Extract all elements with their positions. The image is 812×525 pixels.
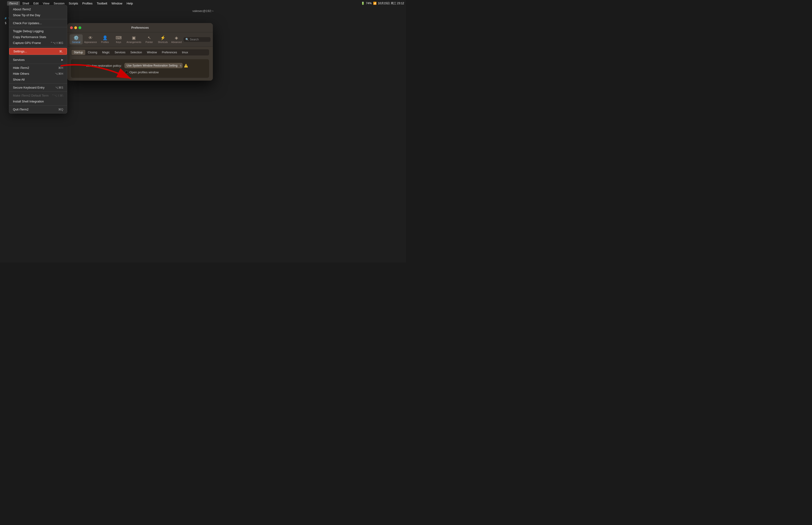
subtabs: Startup Closing Magic Services Selection… (71, 49, 209, 56)
separator-2 (9, 27, 67, 27)
select-wrap: Use System Window Restoration Setting ⇅ … (124, 63, 188, 68)
window-restoration-label: Window restoration policy: (75, 64, 122, 68)
battery-icon: 🔋 (361, 2, 365, 5)
prefs-body: Window restoration policy: Use System Wi… (71, 59, 209, 78)
separator-3 (9, 47, 67, 47)
menu-quit-iterm2[interactable]: Quit iTerm2 ⌘Q (9, 106, 67, 112)
menu-show-tip[interactable]: Show Tip of the Day (9, 12, 67, 18)
subtab-window[interactable]: Window (144, 50, 159, 55)
toolbar-appearance[interactable]: 👁 Appearance (83, 34, 98, 44)
subtab-startup[interactable]: Startup (72, 50, 85, 55)
window-restoration-row: Window restoration policy: Use System Wi… (75, 63, 205, 68)
toolbar-keys[interactable]: ⌨ Keys (112, 34, 125, 44)
prefs-toolbar: ⚙️ General 👁 Appearance 👤 Profiles ⌨ Key… (67, 32, 213, 46)
menu-check-updates[interactable]: Check For Updates... (9, 20, 67, 26)
separator-5 (9, 64, 67, 64)
menu-view[interactable]: View (41, 1, 51, 6)
menu-help[interactable]: Help (125, 1, 135, 6)
maximize-button[interactable] (78, 26, 81, 29)
separator-4 (9, 56, 67, 56)
select-container: Use System Window Restoration Setting ⇅ (124, 63, 183, 68)
menubar-right: 🔋 74% 📶 10月15日 周三 23:12 (361, 1, 404, 5)
window-restoration-select[interactable]: Use System Window Restoration Setting (124, 63, 183, 68)
separator-7 (9, 91, 67, 92)
menu-install-shell[interactable]: Install Shell Integration (9, 99, 67, 104)
prefs-title: Preferences (131, 26, 149, 29)
submenu-arrow: ▶ (61, 58, 63, 61)
advanced-icon: ◈ (175, 35, 178, 41)
close-button[interactable] (70, 26, 73, 29)
person-icon: 👤 (103, 35, 108, 41)
search-icon: 🔍 (185, 38, 189, 41)
clock: 10月15日 周三 23:12 (378, 1, 404, 5)
menu-make-default[interactable]: Make iTerm2 Default Term ⌃⌥⇧⌘\ (9, 93, 67, 99)
search-input[interactable] (190, 38, 209, 41)
battery-level: 74% (366, 2, 372, 5)
open-profiles-label: Open profiles window (129, 71, 158, 74)
prompt-dollar: $ (5, 21, 6, 25)
prefs-content: Startup Closing Magic Services Selection… (67, 46, 213, 80)
toolbar-general[interactable]: ⚙️ General (70, 34, 83, 44)
menu-show-all[interactable]: Show All (9, 77, 67, 82)
wifi-icon: 📶 (373, 2, 377, 5)
menu-settings[interactable]: Settings... ⌘, (9, 48, 67, 55)
subtab-tmux[interactable]: tmux (180, 50, 190, 55)
subtab-magic[interactable]: Magic (100, 50, 112, 55)
apple-menu[interactable] (2, 3, 6, 4)
menu-profiles[interactable]: Profiles (80, 1, 94, 6)
menu-hide-others[interactable]: Hide Others ⌥⌘H (9, 71, 67, 77)
subtab-closing[interactable]: Closing (86, 50, 99, 55)
menu-shell[interactable]: Shell (20, 1, 31, 6)
open-profiles-row: Open profiles window (125, 71, 205, 74)
menubar-left: iTerm2 Shell Edit View Session Scripts P… (2, 1, 135, 6)
menu-edit[interactable]: Edit (31, 1, 41, 6)
keyboard-icon: ⌨ (116, 35, 122, 41)
menu-hide-iterm2[interactable]: Hide iTerm2 ⌘H (9, 65, 67, 71)
menu-scripts[interactable]: Scripts (67, 1, 80, 6)
menu-toolbelt[interactable]: Toolbelt (95, 1, 109, 6)
open-profiles-checkbox[interactable] (125, 71, 128, 74)
toolbar-advanced[interactable]: ◈ Advanced (170, 34, 183, 44)
subtab-selection[interactable]: Selection (128, 50, 144, 55)
menu-about-iterm2[interactable]: About iTerm2 (9, 6, 67, 12)
shortcuts-icon: ⚡ (160, 35, 165, 41)
gear-icon: ⚙️ (74, 35, 79, 41)
warning-icon: ⚠️ (184, 64, 188, 68)
menu-iterm2[interactable]: iTerm2 (7, 1, 20, 6)
eye-icon: 👁 (88, 35, 93, 41)
menu-session[interactable]: Session (52, 1, 66, 6)
menu-services[interactable]: Services ▶ (9, 57, 67, 63)
window-controls (70, 26, 81, 29)
menu-secure-keyboard[interactable]: Secure Keyboard Entry ⌥⌘S (9, 85, 67, 90)
minimize-button[interactable] (74, 26, 77, 29)
toolbar-shortcuts[interactable]: ⚡ Shortcuts (156, 34, 169, 44)
menu-capture-gpu[interactable]: Capture GPU Frame ⌃⌥⇧⌘G (9, 40, 67, 46)
separator-1 (9, 19, 67, 19)
pointer-icon: ↖ (148, 35, 151, 41)
arrangements-icon: ▣ (132, 35, 136, 41)
subtab-preferences[interactable]: Preferences (159, 50, 180, 55)
preferences-window: Preferences ⚙️ General 👁 Appearance 👤 Pr… (67, 23, 213, 80)
dropdown-menu: About iTerm2 Show Tip of the Day Check F… (9, 5, 67, 114)
separator-8 (9, 105, 67, 106)
menu-copy-perf[interactable]: Copy Performance Stats (9, 34, 67, 40)
toolbar-pointer[interactable]: ↖ Pointer (143, 34, 156, 44)
prefs-titlebar: Preferences (67, 23, 213, 32)
toolbar-profiles[interactable]: 👤 Profiles (98, 34, 112, 44)
toolbar-search: 🔍 (184, 37, 211, 42)
subtab-services[interactable]: Services (112, 50, 128, 55)
toolbar-arrangements[interactable]: ▣ Arrangements (126, 34, 142, 44)
menu-toggle-debug[interactable]: Toggle Debug Logging (9, 28, 67, 34)
menu-window[interactable]: Window (109, 1, 124, 6)
